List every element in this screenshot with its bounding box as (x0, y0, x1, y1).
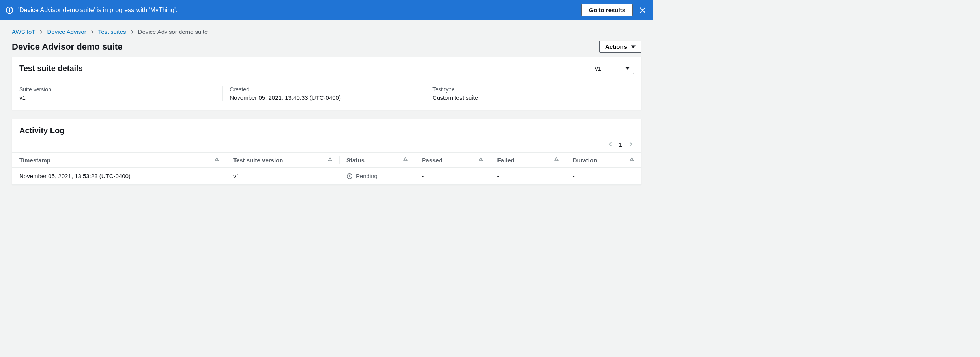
chevron-right-icon (130, 30, 134, 34)
svg-marker-11 (555, 158, 558, 161)
info-banner: 'Device Advisor demo suite' is in progre… (0, 0, 653, 20)
next-page-button[interactable] (628, 141, 634, 148)
caret-down-icon (625, 67, 630, 70)
svg-marker-7 (215, 158, 219, 161)
chevron-right-icon (39, 30, 43, 34)
cell-failed: - (490, 168, 565, 184)
breadcrumb-current: Device Advisor demo suite (138, 28, 208, 35)
svg-marker-6 (625, 67, 630, 70)
field-created: Created November 05, 2021, 13:40:33 (UTC… (222, 86, 425, 101)
cell-version: v1 (226, 168, 339, 184)
sort-icon (215, 157, 219, 161)
field-suite-version: Suite version v1 (19, 86, 222, 101)
page-title: Device Advisor demo suite (12, 42, 122, 52)
svg-marker-8 (328, 158, 332, 161)
version-select-value: v1 (595, 65, 601, 72)
svg-marker-5 (631, 45, 636, 48)
info-icon (6, 6, 13, 14)
svg-point-2 (9, 8, 10, 9)
breadcrumb-aws-iot[interactable]: AWS IoT (12, 28, 35, 35)
svg-marker-9 (404, 158, 407, 161)
col-timestamp[interactable]: Timestamp (12, 153, 226, 168)
test-suite-details-panel: Test suite details v1 Suite version v1 C… (12, 57, 641, 110)
breadcrumb-device-advisor[interactable]: Device Advisor (47, 28, 86, 35)
col-version[interactable]: Test suite version (226, 153, 339, 168)
breadcrumb: AWS IoT Device Advisor Test suites Devic… (12, 28, 641, 35)
field-value: November 05, 2021, 13:40:33 (UTC-0400) (230, 94, 425, 101)
banner-message: 'Device Advisor demo suite' is in progre… (18, 7, 576, 14)
breadcrumb-test-suites[interactable]: Test suites (98, 28, 126, 35)
page-number: 1 (619, 141, 622, 148)
svg-marker-10 (479, 158, 483, 161)
chevron-right-icon (90, 30, 94, 34)
table-row[interactable]: November 05, 2021, 13:53:23 (UTC-0400) v… (12, 168, 641, 184)
cell-status: Pending (339, 168, 415, 184)
activity-log-table: Timestamp Test suite version Status Pass… (12, 152, 641, 184)
pagination: 1 (12, 139, 641, 152)
field-label: Created (230, 86, 425, 93)
cell-timestamp: November 05, 2021, 13:53:23 (UTC-0400) (12, 168, 226, 184)
version-select[interactable]: v1 (591, 63, 634, 74)
col-failed[interactable]: Failed (490, 153, 565, 168)
caret-down-icon (631, 45, 636, 49)
sort-icon (630, 157, 634, 161)
field-value: Custom test suite (432, 94, 628, 101)
activity-log-panel: Activity Log 1 Timestamp Test suite vers… (12, 119, 641, 185)
field-label: Test type (432, 86, 628, 93)
svg-marker-12 (630, 158, 634, 161)
close-icon[interactable] (638, 5, 648, 15)
sort-icon (328, 157, 332, 161)
pending-icon (346, 173, 353, 179)
sort-icon (479, 157, 483, 161)
status-text: Pending (356, 173, 378, 179)
field-value: v1 (19, 94, 222, 101)
sort-icon (554, 157, 559, 161)
field-test-type: Test type Custom test suite (425, 86, 628, 101)
actions-button[interactable]: Actions (599, 41, 641, 53)
cell-passed: - (415, 168, 490, 184)
field-label: Suite version (19, 86, 222, 93)
prev-page-button[interactable] (607, 141, 613, 148)
col-passed[interactable]: Passed (415, 153, 490, 168)
col-duration[interactable]: Duration (566, 153, 641, 168)
activity-log-title: Activity Log (19, 126, 64, 135)
sort-icon (403, 157, 408, 161)
col-status[interactable]: Status (339, 153, 415, 168)
actions-label: Actions (605, 43, 627, 50)
cell-duration: - (566, 168, 641, 184)
details-title: Test suite details (19, 64, 83, 73)
go-to-results-button[interactable]: Go to results (581, 4, 633, 16)
